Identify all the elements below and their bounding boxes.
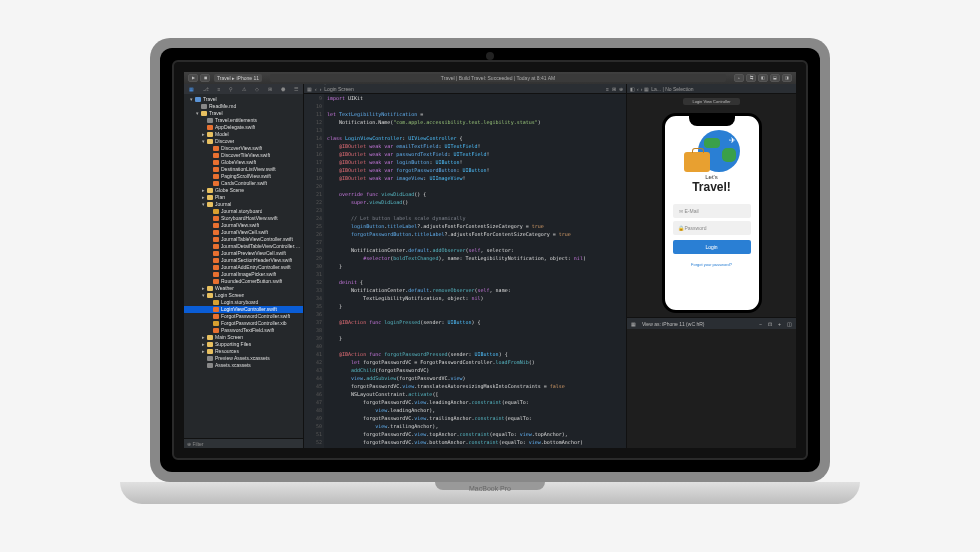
activity-status: Travel | Build Travel: Succeeded | Today… xyxy=(270,74,726,82)
inspector-icon[interactable]: ◧ xyxy=(630,86,635,92)
lock-icon: 🔒 xyxy=(677,225,685,231)
password-field[interactable]: 🔒 Password xyxy=(673,221,751,235)
zoom-fit-icon[interactable]: ⊡ xyxy=(768,321,772,327)
toggle-bottom-panel[interactable]: ⬓ xyxy=(770,74,780,82)
tree-item[interactable]: Journal.storyboard xyxy=(184,208,303,215)
test-navigator-icon[interactable]: ◇ xyxy=(255,86,259,92)
tree-item[interactable]: JournalDetailTableViewController.swift xyxy=(184,243,303,250)
device-canvas[interactable]: ✈ Let's Travel! ✉ E-Mail 🔒 Pas xyxy=(662,113,762,313)
view-as-label[interactable]: View as: iPhone 11 (wC hR) xyxy=(642,321,704,327)
breadcrumb-segment[interactable]: Login Screen xyxy=(324,86,380,92)
tree-item[interactable]: ▾Travel xyxy=(184,110,303,117)
add-editor-icon[interactable]: ⊕ xyxy=(619,86,623,92)
canvas-bottom-bar[interactable]: ▦ View as: iPhone 11 (wC hR) − ⊡ + ◫ xyxy=(627,317,796,329)
symbol-navigator-icon[interactable]: ≡ xyxy=(218,86,221,92)
tree-item[interactable]: LoginViewController.swift xyxy=(184,306,303,313)
tree-item[interactable]: JournalView.swift xyxy=(184,222,303,229)
tree-item[interactable]: ▾Travel xyxy=(184,96,303,103)
tree-item[interactable]: RoundedCornerButton.swift xyxy=(184,278,303,285)
device-notch xyxy=(689,116,735,126)
code-content[interactable]: import UIKit let TextLegibilityNotificat… xyxy=(324,94,626,448)
adjust-editor-icon[interactable]: ⊞ xyxy=(612,86,616,92)
source-editor[interactable]: 9101112131415161718192021222324252627282… xyxy=(304,94,626,448)
tree-item[interactable]: CardsController.swift xyxy=(184,180,303,187)
navigator-filter[interactable]: ⊕ Filter xyxy=(184,438,303,448)
tree-item[interactable]: StoryboardHostView.swift xyxy=(184,215,303,222)
tree-item[interactable]: JournalImagePicker.swift xyxy=(184,271,303,278)
tree-item[interactable]: JournalViewCell.swift xyxy=(184,229,303,236)
tree-item[interactable]: ▸Supporting Files xyxy=(184,341,303,348)
tree-item[interactable]: DestinationListView.swift xyxy=(184,166,303,173)
macbook-label: MacBook Pro xyxy=(120,485,860,492)
tree-item[interactable]: Travel.entitlements xyxy=(184,117,303,124)
toggle-left-panel[interactable]: ◧ xyxy=(758,74,768,82)
tree-item[interactable]: ReadMe.md xyxy=(184,103,303,110)
main-toolbar: Travel ▸ iPhone 11 Travel | Build Travel… xyxy=(184,72,796,84)
tree-item[interactable]: Login.storyboard xyxy=(184,299,303,306)
tree-item[interactable]: JournalPreviewViewCell.swift xyxy=(184,250,303,257)
zoom-out-icon[interactable]: − xyxy=(759,321,762,327)
tree-item[interactable]: ForgotPasswordController.swift xyxy=(184,313,303,320)
tree-item[interactable]: ▸Resources xyxy=(184,348,303,355)
forgot-password-link[interactable]: Forgot your password? xyxy=(673,262,751,267)
editor-options-icon[interactable]: ≡ xyxy=(606,86,609,92)
project-navigator-icon[interactable]: ▦ xyxy=(189,86,194,92)
find-navigator-icon[interactable]: ⚲ xyxy=(229,86,233,92)
device-config-icon[interactable]: ▦ xyxy=(631,321,636,327)
source-control-icon[interactable]: ⎇ xyxy=(203,86,209,92)
line-gutter[interactable]: 9101112131415161718192021222324252627282… xyxy=(304,94,324,448)
filter-placeholder: Filter xyxy=(192,441,203,447)
tree-item[interactable]: ▸Globe Scene xyxy=(184,187,303,194)
debug-navigator-icon[interactable]: ⊞ xyxy=(268,86,272,92)
travel-heading: Travel! xyxy=(673,180,751,194)
filter-icon: ⊕ xyxy=(187,441,191,447)
code-review-button[interactable]: ⇆ xyxy=(746,74,756,82)
login-button[interactable]: Login xyxy=(673,240,751,254)
tree-item[interactable]: Assets.xcassets xyxy=(184,362,303,369)
tree-item[interactable]: DiscoverView.swift xyxy=(184,145,303,152)
forward-icon[interactable]: › xyxy=(320,86,322,92)
travel-illustration: ✈ xyxy=(684,130,740,170)
camera-dot xyxy=(486,52,494,60)
stop-button[interactable] xyxy=(200,74,210,82)
tree-item[interactable]: JournalTableViewController.swift xyxy=(184,236,303,243)
back-icon[interactable]: ‹ xyxy=(637,86,639,92)
email-field[interactable]: ✉ E-Mail xyxy=(673,204,751,218)
tree-item[interactable]: DiscoverTileView.swift xyxy=(184,152,303,159)
scheme-selector[interactable]: Travel ▸ iPhone 11 xyxy=(214,74,262,82)
tree-item[interactable]: JournalSectionHeaderView.swift xyxy=(184,257,303,264)
forward-icon[interactable]: › xyxy=(641,86,643,92)
constraints-icon[interactable]: ◫ xyxy=(787,321,792,327)
tree-item[interactable]: ▾Discover xyxy=(184,138,303,145)
tree-item[interactable]: GlobeView.swift xyxy=(184,159,303,166)
back-icon[interactable]: ‹ xyxy=(315,86,317,92)
tree-item[interactable]: ▾Login Screen xyxy=(184,292,303,299)
tree-item[interactable]: AppDelegate.swift xyxy=(184,124,303,131)
jump-bar[interactable]: ▦ ‹ › Travel › Travel › Login Screen › L… xyxy=(304,84,626,94)
tree-item[interactable]: Preview Assets.xcassets xyxy=(184,355,303,362)
tree-item[interactable]: ForgotPasswordController.xib xyxy=(184,320,303,327)
tree-item[interactable]: ▸Model xyxy=(184,131,303,138)
scene-title: Login View Controller xyxy=(683,98,741,105)
toggle-right-panel[interactable]: ◨ xyxy=(782,74,792,82)
editor-area: ▦ ‹ › Travel › Travel › Login Screen › L… xyxy=(304,84,626,448)
tree-item[interactable]: ▾Journal xyxy=(184,201,303,208)
envelope-icon: ✉ xyxy=(677,208,685,214)
file-tree[interactable]: ▾TravelReadMe.md▾TravelTravel.entitlemen… xyxy=(184,94,303,438)
tree-item[interactable]: PagingScrollView.swift xyxy=(184,173,303,180)
tree-item[interactable]: ▸Main Screen xyxy=(184,334,303,341)
suitcase-icon xyxy=(684,152,710,172)
tree-item[interactable]: PasswordTextField.swift xyxy=(184,327,303,334)
breakpoint-navigator-icon[interactable]: ⬣ xyxy=(281,86,285,92)
preview-jumpbar[interactable]: ◧ ‹ › ▦ La... | No Selection xyxy=(627,84,796,94)
related-items-icon[interactable]: ▦ xyxy=(307,86,312,92)
library-button[interactable]: + xyxy=(734,74,744,82)
navigator-tabs[interactable]: ▦ ⎇ ≡ ⚲ ⚠ ◇ ⊞ ⬣ ☰ xyxy=(184,84,303,94)
issue-navigator-icon[interactable]: ⚠ xyxy=(242,86,246,92)
tree-item[interactable]: ▸Weather xyxy=(184,285,303,292)
tree-item[interactable]: ▸Plan xyxy=(184,194,303,201)
zoom-in-icon[interactable]: + xyxy=(778,321,781,327)
run-button[interactable] xyxy=(188,74,198,82)
tree-item[interactable]: JournalAddEntryController.swift xyxy=(184,264,303,271)
report-navigator-icon[interactable]: ☰ xyxy=(294,86,298,92)
